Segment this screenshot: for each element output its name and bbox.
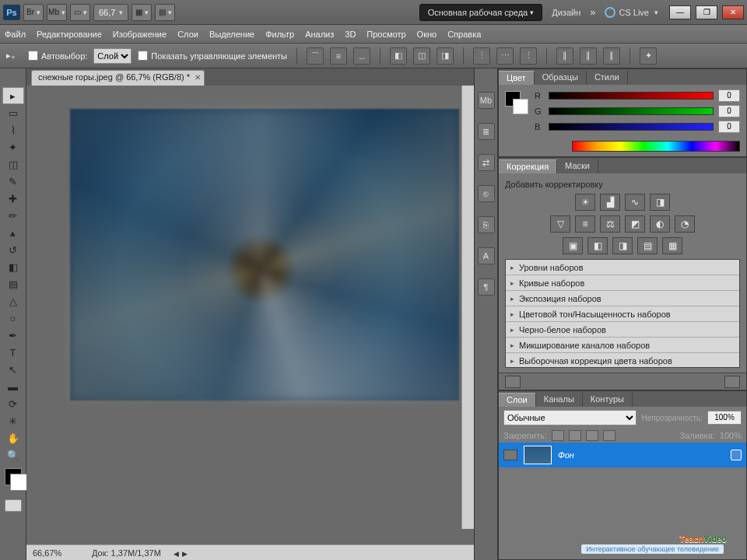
wand-tool[interactable]: ✦ bbox=[2, 138, 24, 156]
dist-hmid-icon[interactable]: ∥ bbox=[580, 47, 597, 65]
slider-r[interactable] bbox=[549, 92, 714, 100]
close-tab-icon[interactable]: ✕ bbox=[195, 73, 201, 82]
menu-file[interactable]: Файл bbox=[5, 30, 26, 39]
preset-row[interactable]: Выборочная коррекция цвета наборов bbox=[506, 353, 739, 368]
dist-bot-icon[interactable]: ⋮ bbox=[520, 47, 537, 65]
mixer-icon[interactable]: ◔ bbox=[675, 215, 695, 233]
minibridge-icon[interactable]: Mb bbox=[47, 4, 67, 21]
shape-tool[interactable]: ▬ bbox=[2, 378, 24, 395]
autoselect-check[interactable]: Автовыбор: bbox=[28, 51, 87, 61]
brightness-icon[interactable]: ☀ bbox=[575, 194, 595, 211]
menu-window[interactable]: Окно bbox=[417, 30, 437, 39]
lock-transparency-icon[interactable] bbox=[603, 430, 615, 441]
maximize-button[interactable]: ❐ bbox=[696, 5, 717, 19]
tab-channels[interactable]: Каналы bbox=[536, 393, 583, 407]
lock-all-icon[interactable] bbox=[586, 430, 598, 441]
actions-panel-icon[interactable]: ⇄ bbox=[478, 154, 495, 171]
preset-row[interactable]: Цветовой тон/Насыщенность наборов bbox=[506, 306, 739, 322]
canvas-area[interactable] bbox=[26, 86, 474, 544]
gradientmap-icon[interactable]: ▤ bbox=[637, 237, 658, 254]
more-icon[interactable]: » bbox=[590, 6, 595, 18]
auto-align-icon[interactable]: ✦ bbox=[640, 47, 657, 65]
view-prev-icon[interactable] bbox=[724, 376, 740, 388]
autoselect-target[interactable]: Слой bbox=[93, 48, 132, 64]
align-bottom-icon[interactable]: ⎵ bbox=[353, 47, 370, 65]
levels-icon[interactable]: ▟ bbox=[600, 194, 620, 211]
tab-adjustments[interactable]: Коррекция bbox=[499, 159, 557, 173]
value-r[interactable]: 0 bbox=[718, 89, 740, 102]
align-hmid-icon[interactable]: ◫ bbox=[413, 47, 430, 65]
tab-layers[interactable]: Слои bbox=[499, 393, 536, 407]
dist-right-icon[interactable]: ∥ bbox=[603, 47, 620, 65]
invert-icon[interactable]: ▣ bbox=[563, 237, 583, 254]
align-vmid-icon[interactable]: ≡ bbox=[330, 47, 347, 65]
character-panel-icon[interactable]: A bbox=[478, 247, 495, 264]
blend-mode-select[interactable]: Обычные bbox=[503, 410, 637, 425]
menu-view[interactable]: Просмотр bbox=[366, 30, 405, 39]
type-tool[interactable]: T bbox=[2, 344, 24, 361]
dodge-tool[interactable]: ○ bbox=[2, 310, 24, 327]
layer-row[interactable]: Фон bbox=[499, 443, 746, 467]
history-brush-tool[interactable]: ↺ bbox=[2, 241, 24, 258]
align-left-icon[interactable]: ◧ bbox=[390, 47, 407, 65]
minimize-button[interactable]: — bbox=[669, 5, 691, 19]
brush-panel-icon[interactable]: ⎋ bbox=[478, 185, 495, 202]
clip-layer-icon[interactable] bbox=[505, 376, 521, 388]
preset-row[interactable]: Кривые наборов bbox=[506, 275, 739, 291]
clone-panel-icon[interactable]: ⎘ bbox=[478, 216, 495, 233]
dist-left-icon[interactable]: ∥ bbox=[556, 47, 573, 65]
move-tool[interactable]: ▸ bbox=[2, 87, 24, 104]
lock-pixels-icon[interactable] bbox=[552, 430, 564, 441]
menu-analysis[interactable]: Анализ bbox=[305, 30, 334, 39]
menu-select[interactable]: Выделение bbox=[209, 30, 254, 39]
tab-color[interactable]: Цвет bbox=[499, 71, 535, 85]
fill-value[interactable]: 100% bbox=[720, 431, 742, 440]
preset-row[interactable]: Уровни наборов bbox=[506, 260, 739, 275]
tab-paths[interactable]: Контуры bbox=[583, 393, 633, 407]
vibrance-icon[interactable]: ▽ bbox=[550, 215, 570, 233]
zoom-tool[interactable]: 🔍 bbox=[2, 446, 24, 464]
pen-tool[interactable]: ✒ bbox=[2, 327, 24, 344]
bw-icon[interactable]: ◩ bbox=[625, 215, 645, 233]
hue-icon[interactable]: ≡ bbox=[575, 215, 595, 233]
menu-help[interactable]: Справка bbox=[447, 30, 481, 39]
close-button[interactable]: ✕ bbox=[722, 5, 744, 19]
paragraph-panel-icon[interactable]: ¶ bbox=[478, 278, 495, 296]
exposure-icon[interactable]: ◨ bbox=[650, 194, 670, 211]
visibility-icon[interactable] bbox=[503, 450, 517, 460]
quickmask-toggle[interactable] bbox=[5, 499, 22, 512]
lasso-tool[interactable]: ⌇ bbox=[2, 121, 24, 138]
marquee-tool[interactable]: ▭ bbox=[2, 104, 24, 121]
align-top-icon[interactable]: ⎴ bbox=[307, 47, 324, 65]
selective-icon[interactable]: ▦ bbox=[662, 237, 682, 254]
screen-mode-dd[interactable]: ▭ bbox=[70, 4, 90, 21]
threshold-icon[interactable]: ◨ bbox=[612, 237, 633, 254]
preset-row[interactable]: Микширование каналов наборов bbox=[506, 338, 739, 353]
cslive-link[interactable]: CS Live bbox=[598, 7, 665, 18]
align-right-icon[interactable]: ◨ bbox=[437, 47, 454, 65]
status-zoom[interactable]: 66,67% bbox=[33, 548, 79, 558]
arrange-dd[interactable]: ▦ bbox=[132, 4, 152, 21]
menu-edit[interactable]: Редактирование bbox=[37, 30, 102, 39]
heal-tool[interactable]: ✚ bbox=[2, 190, 24, 207]
slider-b[interactable] bbox=[549, 123, 714, 131]
value-g[interactable]: 0 bbox=[718, 105, 740, 117]
preset-row[interactable]: Экспозиция наборов bbox=[506, 291, 739, 306]
curves-icon[interactable]: ∿ bbox=[625, 194, 645, 211]
value-b[interactable]: 0 bbox=[718, 121, 740, 133]
show-transform-check[interactable]: Показать управляющие элементы bbox=[138, 51, 287, 61]
menu-3d[interactable]: 3D bbox=[345, 30, 356, 39]
menu-layer[interactable]: Слои bbox=[177, 30, 198, 39]
3d-camera-tool[interactable]: ✳ bbox=[2, 412, 24, 429]
workspace-switcher[interactable]: Основная рабочая среда bbox=[419, 4, 543, 21]
photo-filter-icon[interactable]: ◐ bbox=[650, 215, 670, 233]
tab-swatches[interactable]: Образцы bbox=[535, 71, 587, 85]
tab-masks[interactable]: Маски bbox=[557, 159, 598, 173]
balance-icon[interactable]: ⚖ bbox=[600, 215, 620, 233]
path-tool[interactable]: ↖ bbox=[2, 361, 24, 378]
tab-styles[interactable]: Стили bbox=[587, 71, 628, 85]
bridge-icon[interactable]: Br bbox=[23, 4, 44, 21]
fg-bg-swatch[interactable] bbox=[5, 468, 22, 485]
gradient-tool[interactable]: ▤ bbox=[2, 275, 24, 292]
menu-filter[interactable]: Фильтр bbox=[265, 30, 294, 39]
